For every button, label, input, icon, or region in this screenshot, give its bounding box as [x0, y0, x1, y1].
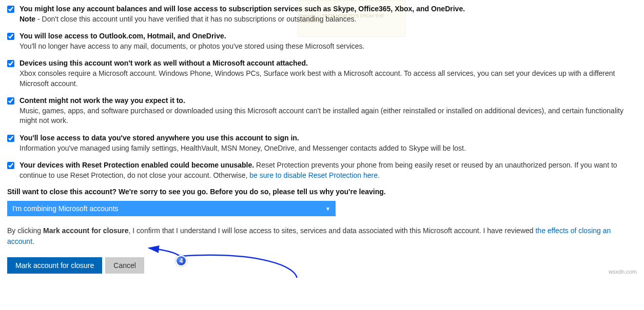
ack-item-balances: You might lose any account balances and …	[7, 4, 637, 24]
ack-desc: Xbox consoles require a Microsoft accoun…	[19, 69, 615, 88]
cancel-button[interactable]: Cancel	[105, 257, 144, 274]
watermark: wsxdn.com	[609, 268, 637, 275]
ack-desc: - Don't close this account until you hav…	[35, 15, 356, 23]
ack-desc: You'll no longer have access to any mail…	[19, 42, 365, 50]
confirm-mid: , I confirm that I understand I will los…	[129, 226, 536, 235]
ack-checkbox-devices[interactable]	[7, 60, 14, 67]
reason-select[interactable]: I'm combining Microsoft accounts	[7, 201, 336, 216]
reason-select-wrap: I'm combining Microsoft accounts ▼	[7, 201, 336, 216]
ack-item-content: Content might not work the way you expec…	[7, 96, 637, 126]
confirm-tail: .	[32, 237, 34, 245]
ack-item-devices: Devices using this account won't work as…	[7, 58, 637, 89]
ack-title: You might lose any account balances and …	[19, 5, 465, 13]
confirm-pre: By clicking	[7, 226, 43, 235]
ack-title: Content might not work the way you expec…	[19, 96, 185, 105]
disable-reset-protection-link[interactable]: be sure to disable Reset Protection here	[249, 171, 378, 179]
ack-title: You'll lose access to data you've stored…	[19, 134, 299, 142]
note-label: Note	[19, 15, 35, 23]
ack-item-reset-protection: Your devices with Reset Protection enabl…	[7, 160, 637, 180]
ack-item-data: You'll lose access to data you've stored…	[7, 133, 637, 153]
ack-tail: .	[378, 171, 380, 179]
confirm-bold: Mark account for closure	[43, 226, 129, 235]
ack-checkbox-outlook[interactable]	[7, 33, 14, 40]
ack-title: Devices using this account won't work as…	[19, 59, 308, 67]
ack-checkbox-data[interactable]	[7, 135, 14, 142]
ack-checkbox-balances[interactable]	[7, 6, 14, 13]
ack-title: You will lose access to Outlook.com, Hot…	[19, 32, 226, 40]
ack-desc: Information you've managed using family …	[19, 144, 466, 152]
ack-desc: Music, games, apps, and software purchas…	[19, 107, 623, 125]
ack-checkbox-reset-protection[interactable]	[7, 162, 14, 169]
closure-question: Still want to close this account? We're …	[7, 188, 637, 196]
ack-title: Your devices with Reset Protection enabl…	[19, 161, 254, 169]
ack-checkbox-content[interactable]	[7, 97, 14, 105]
ack-item-outlook: You will lose access to Outlook.com, Hot…	[7, 31, 637, 51]
mark-for-closure-button[interactable]: Mark account for closure	[7, 257, 102, 274]
confirmation-text: By clicking Mark account for closure, I …	[7, 225, 637, 247]
